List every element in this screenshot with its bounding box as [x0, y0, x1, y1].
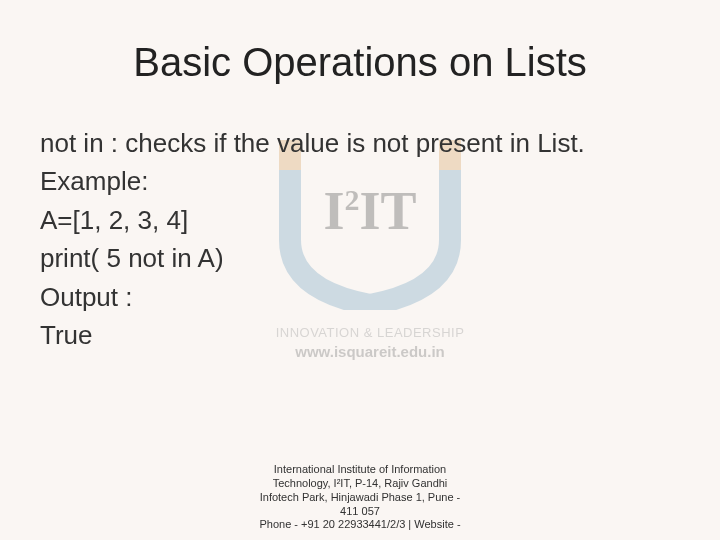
content-line: True — [40, 317, 680, 353]
content-line: Output : — [40, 279, 680, 315]
content-line: A=[1, 2, 3, 4] — [40, 202, 680, 238]
content-line: not in : checks if the value is not pres… — [40, 125, 680, 161]
slide-content: not in : checks if the value is not pres… — [40, 125, 680, 353]
content-line: Example: — [40, 163, 680, 199]
slide: Basic Operations on Lists I2IT INNOVATIO… — [0, 0, 720, 540]
content-line: print( 5 not in A) — [40, 240, 680, 276]
footer: International Institute of Information T… — [200, 463, 520, 532]
footer-line: Infotech Park, Hinjawadi Phase 1, Pune - — [200, 491, 520, 505]
footer-line: Phone - +91 20 22933441/2/3 | Website - — [200, 518, 520, 532]
page-title: Basic Operations on Lists — [40, 40, 680, 85]
footer-line: International Institute of Information — [200, 463, 520, 477]
footer-line: 411 057 — [200, 505, 520, 519]
footer-line: Technology, I²IT, P-14, Rajiv Gandhi — [200, 477, 520, 491]
